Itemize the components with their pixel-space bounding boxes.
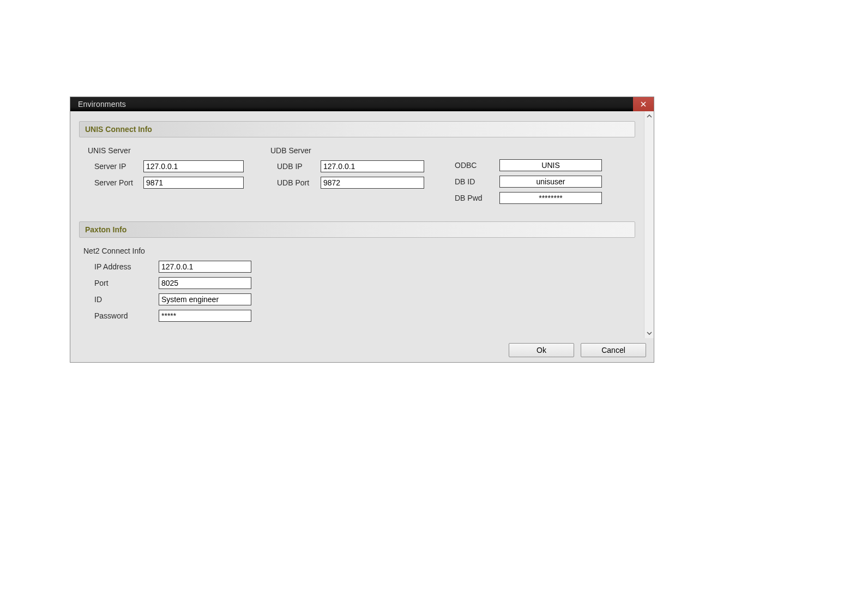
titlebar: Environments [70, 97, 654, 111]
label-server-ip: Server IP [94, 162, 143, 171]
row-udb-port: UDB Port [264, 175, 444, 191]
input-net2-ip[interactable] [159, 261, 251, 273]
environments-dialog: Environments UNIS Connect Info UNIS Serv… [70, 97, 654, 363]
scroll-area: UNIS Connect Info UNIS Server Server IP … [70, 111, 654, 338]
section-header-unis-label: UNIS Connect Info [85, 125, 152, 134]
close-button[interactable] [633, 97, 654, 111]
input-udb-ip[interactable] [321, 160, 424, 172]
cancel-button[interactable]: Cancel [581, 343, 646, 357]
row-db-id: DB ID [444, 173, 633, 190]
ok-button[interactable]: Ok [509, 343, 574, 357]
label-server-port: Server Port [94, 178, 143, 187]
label-net2-password: Password [94, 311, 159, 320]
row-server-port: Server Port [81, 175, 264, 191]
section-header-paxton: Paxton Info [79, 221, 635, 238]
row-net2-password: Password [81, 308, 633, 324]
dialog-footer: Ok Cancel [70, 338, 654, 362]
scroll-down-button[interactable] [646, 329, 653, 337]
section-header-paxton-label: Paxton Info [85, 225, 126, 234]
udb-server-heading: UDB Server [264, 144, 444, 158]
chevron-down-icon [647, 330, 652, 336]
section-gap [79, 214, 635, 221]
label-udb-ip: UDB IP [277, 162, 321, 171]
content-pane: UNIS Connect Info UNIS Server Server IP … [70, 111, 644, 338]
label-net2-id: ID [94, 295, 159, 304]
scroll-up-button[interactable] [646, 112, 653, 120]
unis-server-column: UNIS Server Server IP Server Port [81, 144, 264, 206]
close-icon [640, 101, 647, 107]
window-title: Environments [78, 100, 126, 109]
input-net2-port[interactable] [159, 277, 251, 289]
input-server-port[interactable] [143, 177, 244, 189]
client-area: UNIS Connect Info UNIS Server Server IP … [70, 111, 654, 362]
row-server-ip: Server IP [81, 158, 264, 175]
label-udb-port: UDB Port [277, 178, 321, 187]
label-db-id: DB ID [455, 177, 499, 186]
row-net2-id: ID [81, 291, 633, 308]
unis-server-heading: UNIS Server [81, 144, 264, 158]
udb-server-column: UDB Server UDB IP UDB Port [264, 144, 444, 206]
input-db-id[interactable] [499, 176, 602, 188]
input-net2-password[interactable] [159, 310, 251, 322]
paxton-subheading: Net2 Connect Info [81, 244, 633, 259]
row-net2-ip: IP Address [81, 259, 633, 275]
chevron-up-icon [647, 113, 652, 119]
input-udb-port[interactable] [321, 177, 424, 189]
paxton-section-body: Net2 Connect Info IP Address Port ID [79, 242, 635, 332]
input-server-ip[interactable] [143, 160, 244, 172]
unis-section-body: UNIS Server Server IP Server Port UDB Se… [79, 142, 635, 214]
input-odbc[interactable] [499, 159, 602, 171]
input-db-pwd[interactable] [499, 192, 602, 204]
input-net2-id[interactable] [159, 293, 251, 305]
db-column: ODBC DB ID DB Pwd [444, 144, 633, 206]
row-odbc: ODBC [444, 157, 633, 173]
label-odbc: ODBC [455, 161, 499, 170]
section-header-unis: UNIS Connect Info [79, 121, 635, 137]
label-net2-ip: IP Address [94, 262, 159, 271]
row-udb-ip: UDB IP [264, 158, 444, 175]
label-db-pwd: DB Pwd [455, 194, 499, 202]
vertical-scrollbar[interactable] [644, 111, 654, 338]
label-net2-port: Port [94, 279, 159, 287]
row-net2-port: Port [81, 275, 633, 291]
row-db-pwd: DB Pwd [444, 190, 633, 206]
db-column-spacer [444, 144, 633, 157]
